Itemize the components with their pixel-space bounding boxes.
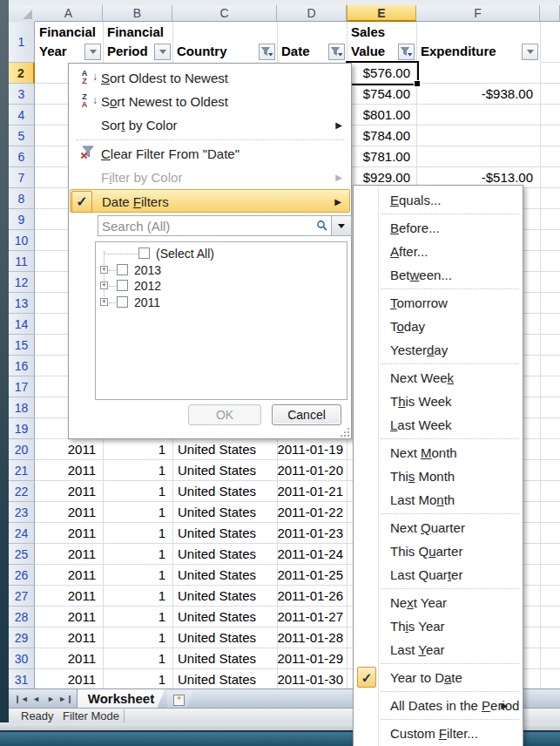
cell-a22[interactable]: 2011 xyxy=(35,481,96,502)
col-header-b[interactable]: B xyxy=(103,5,172,22)
cancel-button[interactable]: Cancel xyxy=(272,404,341,425)
cell-b30[interactable]: 1 xyxy=(103,648,165,669)
row-header-20[interactable]: 20 xyxy=(9,439,35,460)
cell-c27[interactable]: United States xyxy=(178,586,277,607)
submenu-item-before[interactable]: Before... xyxy=(354,216,522,240)
expand-plus-icon[interactable]: + xyxy=(100,281,108,289)
cell-d27[interactable]: 2011-01-26 xyxy=(277,586,343,607)
sheet-tab-worksheet[interactable]: Worksheet xyxy=(77,689,165,709)
cell-c23[interactable]: United States xyxy=(178,502,277,523)
cell-d26[interactable]: 2011-01-25 xyxy=(277,565,343,586)
row-header-10[interactable]: 10 xyxy=(9,230,35,251)
submenu-item-this-year[interactable]: This Year xyxy=(354,614,522,638)
filter-value-2011[interactable]: +2011 xyxy=(96,295,347,310)
row-header-28[interactable]: 28 xyxy=(9,607,35,627)
row-header-3[interactable]: 3 xyxy=(9,84,35,105)
insert-worksheet-button[interactable]: ✦ xyxy=(167,691,193,709)
submenu-item-last-week[interactable]: Last Week xyxy=(354,413,522,437)
cell-b24[interactable]: 1 xyxy=(103,523,165,544)
cell-d25[interactable]: 2011-01-24 xyxy=(277,544,343,565)
cell-d20[interactable]: 2011-01-19 xyxy=(277,439,343,460)
filter-value-select-all[interactable]: (Select All) xyxy=(96,246,347,261)
cell-b31[interactable]: 1 xyxy=(103,669,165,690)
cell-d30[interactable]: 2011-01-29 xyxy=(277,648,343,669)
cell-a23[interactable]: 2011 xyxy=(35,502,96,523)
checkbox-icon[interactable] xyxy=(117,296,128,308)
cell-b27[interactable]: 1 xyxy=(103,586,165,607)
cell-c28[interactable]: United States xyxy=(178,607,277,627)
cell-d21[interactable]: 2011-01-20 xyxy=(277,460,343,481)
submenu-item-next-year[interactable]: Next Year xyxy=(354,591,522,614)
submenu-item-tomorrow[interactable]: Tomorrow xyxy=(354,291,522,315)
filter-button-expenditure[interactable] xyxy=(522,44,538,60)
selected-cell-outline[interactable] xyxy=(346,61,419,85)
cell-c20[interactable]: United States xyxy=(178,439,277,460)
cell-e3[interactable]: $754.00 xyxy=(347,84,410,105)
cell-a29[interactable]: 2011 xyxy=(35,627,96,648)
row-header-30[interactable]: 30 xyxy=(9,648,35,669)
submenu-item-last-year[interactable]: Last Year xyxy=(354,638,522,661)
row-header-16[interactable]: 16 xyxy=(9,356,35,376)
submenu-item-custom-filter[interactable]: Custom Filter... xyxy=(354,722,522,745)
cell-a30[interactable]: 2011 xyxy=(35,648,96,669)
col-header-c[interactable]: C xyxy=(172,5,277,22)
submenu-item-after[interactable]: After... xyxy=(354,240,522,263)
cell-c31[interactable]: United States xyxy=(178,669,277,690)
cell-c22[interactable]: United States xyxy=(178,481,277,502)
cell-a31[interactable]: 2011 xyxy=(35,669,96,690)
submenu-item-all-dates-in-the-period[interactable]: All Dates in the Period▶ xyxy=(354,694,522,717)
cell-c29[interactable]: United States xyxy=(178,627,277,648)
cell-e4[interactable]: $801.00 xyxy=(347,105,410,125)
row-header-5[interactable]: 5 xyxy=(9,125,35,146)
row-header-24[interactable]: 24 xyxy=(9,523,35,544)
cell-a24[interactable]: 2011 xyxy=(35,523,96,544)
cell-a26[interactable]: 2011 xyxy=(35,565,96,586)
filter-value-2012[interactable]: +2012 xyxy=(96,278,347,294)
search-dropdown-button[interactable] xyxy=(331,216,351,235)
submenu-item-this-month[interactable]: This Month xyxy=(354,465,522,488)
submenu-item-yesterday[interactable]: Yesterday xyxy=(354,338,522,362)
tab-scroll-first-icon[interactable]: ❙◄ xyxy=(14,692,29,706)
cell-e5[interactable]: $784.00 xyxy=(347,125,410,146)
menu-item-filter-by-color[interactable]: Filter by Color▶ xyxy=(70,166,350,189)
cell-a28[interactable]: 2011 xyxy=(35,607,96,627)
cell-b23[interactable]: 1 xyxy=(103,502,165,523)
row-header-25[interactable]: 25 xyxy=(9,544,35,565)
row-header-12[interactable]: 12 xyxy=(9,272,35,293)
cell-d29[interactable]: 2011-01-28 xyxy=(277,627,343,648)
submenu-item-this-week[interactable]: This Week xyxy=(354,390,522,413)
cell-d22[interactable]: 2011-01-21 xyxy=(277,481,343,502)
cell-f3[interactable]: -$938.00 xyxy=(416,84,533,105)
cell-d23[interactable]: 2011-01-22 xyxy=(277,502,343,523)
row-header-29[interactable]: 29 xyxy=(9,627,35,648)
row-header-26[interactable]: 26 xyxy=(9,565,35,586)
checkbox-icon[interactable] xyxy=(138,248,150,259)
checkbox-icon[interactable] xyxy=(117,264,128,275)
submenu-item-between[interactable]: Between... xyxy=(354,263,522,287)
resize-grip[interactable] xyxy=(340,427,349,437)
row-header-23[interactable]: 23 xyxy=(9,502,35,523)
cell-a21[interactable]: 2011 xyxy=(35,460,96,481)
row-header-8[interactable]: 8 xyxy=(9,188,35,209)
cell-a27[interactable]: 2011 xyxy=(35,586,96,607)
row-header-2[interactable]: 2 xyxy=(9,63,35,84)
filter-button-financial-period[interactable] xyxy=(154,44,171,60)
cell-b22[interactable]: 1 xyxy=(103,481,165,502)
menu-item-sort-newest-to-oldest[interactable]: ZA↓Sort Newest to Oldest xyxy=(70,90,350,113)
row-header-13[interactable]: 13 xyxy=(9,293,35,314)
filter-button-sales-value[interactable] xyxy=(398,44,415,60)
ok-button[interactable]: OK xyxy=(188,404,261,425)
row-header-4[interactable]: 4 xyxy=(9,105,35,125)
submenu-item-today[interactable]: Today xyxy=(354,315,522,338)
cell-d31[interactable]: 2011-01-30 xyxy=(277,669,343,690)
tab-scroll-last-icon[interactable]: ►❙ xyxy=(58,692,73,706)
col-header-e[interactable]: E xyxy=(347,5,416,22)
row-header-6[interactable]: 6 xyxy=(9,146,35,167)
cell-c21[interactable]: United States xyxy=(178,460,277,481)
submenu-item-next-quarter[interactable]: Next Quarter xyxy=(354,516,522,539)
row-header-31[interactable]: 31 xyxy=(9,669,35,690)
expand-plus-icon[interactable]: + xyxy=(100,266,108,274)
col-header-f[interactable]: F xyxy=(416,5,540,22)
cell-b28[interactable]: 1 xyxy=(103,607,165,627)
row-header-18[interactable]: 18 xyxy=(9,397,35,418)
